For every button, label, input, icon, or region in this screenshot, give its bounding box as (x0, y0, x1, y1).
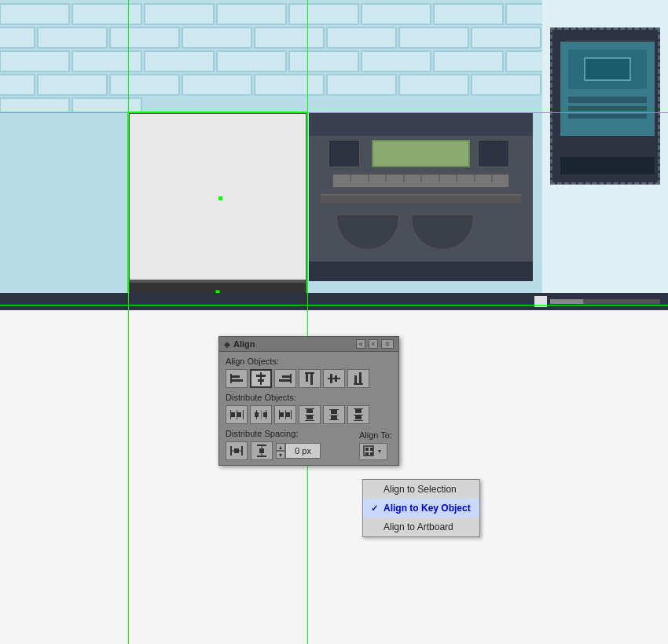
svg-rect-109 (370, 448, 373, 451)
svg-rect-70 (231, 412, 235, 417)
dist-top-icon (303, 408, 317, 422)
align-bottom-btn[interactable] (347, 369, 369, 388)
right-inner-bar1 (568, 97, 647, 103)
dist-top-btn[interactable] (299, 405, 321, 424)
align-left-btn[interactable] (226, 369, 248, 388)
align-to-icon (362, 445, 384, 459)
dist-right-btn[interactable] (274, 405, 296, 424)
panel-close-btn[interactable]: × (369, 339, 378, 349)
align-objects-row (226, 369, 392, 388)
right-inner-box (568, 49, 647, 89)
align-to-artboard-item[interactable]: Align to Artboard (363, 518, 479, 536)
svg-rect-87 (329, 409, 339, 410)
guide-vertical-2 (307, 0, 308, 310)
svg-rect-52 (260, 372, 262, 385)
svg-marker-112 (378, 450, 381, 453)
spinner-down[interactable]: ▼ (276, 451, 285, 459)
align-panel: ◈ Align « × ≡ Align Objects: (218, 336, 399, 466)
space-h-btn[interactable] (226, 441, 248, 460)
align-to-selection-item[interactable]: Align to Selection (363, 480, 479, 499)
right-dark-box (550, 27, 660, 185)
stove-body (309, 112, 533, 281)
monitor-screen (128, 112, 307, 281)
svg-rect-97 (230, 446, 232, 456)
align-right-icon (278, 371, 292, 386)
panel-menu-btn[interactable]: ≡ (381, 339, 394, 349)
align-to-dropdown-btn[interactable] (359, 443, 387, 460)
svg-rect-4 (289, 4, 358, 24)
align-panel-title-text: Align (233, 339, 255, 349)
spinner-arrows: ▲ ▼ (276, 443, 285, 459)
guide-horizontal-1 (0, 112, 668, 113)
panel-collapse-btn[interactable]: « (356, 339, 365, 349)
center-dot (218, 196, 222, 200)
align-top-icon (303, 371, 317, 386)
align-to-key-object-label: Align to Key Object (384, 503, 471, 514)
svg-rect-33 (399, 75, 468, 95)
svg-rect-28 (38, 75, 107, 95)
space-h-icon (229, 444, 244, 458)
panel-controls: « × ≡ (356, 339, 394, 349)
align-center-h-btn[interactable] (250, 369, 272, 388)
canvas-area (0, 0, 668, 310)
svg-rect-57 (279, 379, 290, 382)
svg-rect-29 (110, 75, 179, 95)
svg-rect-5 (362, 4, 431, 24)
dist-bottom-btn[interactable] (347, 405, 369, 424)
space-v-btn[interactable] (251, 441, 273, 460)
svg-rect-34 (472, 75, 541, 95)
svg-rect-51 (232, 379, 243, 382)
align-left-icon (229, 371, 244, 386)
spacing-input-group: ▲ ▼ (276, 443, 321, 459)
spinner-up[interactable]: ▲ (276, 443, 285, 451)
dist-left-btn[interactable] (226, 405, 248, 424)
dist-center-h-btn[interactable] (250, 405, 272, 424)
distribute-objects-row (226, 405, 392, 424)
stove-bottom (309, 262, 533, 281)
align-to-section: Align To: (359, 430, 392, 460)
svg-rect-56 (282, 375, 290, 378)
dist-center-v-btn[interactable] (323, 405, 345, 424)
svg-rect-91 (331, 415, 337, 419)
svg-rect-31 (255, 75, 324, 95)
distribute-spacing-section: Distribute Spacing: (226, 429, 321, 460)
stove-shelf (321, 194, 521, 203)
align-top-btn[interactable] (299, 369, 321, 388)
align-to-selection-label: Align to Selection (384, 484, 457, 495)
svg-rect-60 (310, 374, 313, 385)
svg-rect-110 (365, 452, 369, 456)
svg-rect-98 (241, 446, 243, 456)
svg-rect-37 (72, 98, 141, 112)
svg-rect-3 (217, 4, 286, 24)
svg-rect-62 (330, 374, 332, 383)
dist-bottom-icon (351, 408, 365, 422)
stove-knob-right (478, 140, 509, 167)
panel-body: Align Objects: (219, 352, 398, 465)
align-right-btn[interactable] (274, 369, 296, 388)
svg-rect-77 (279, 410, 280, 419)
align-center-v-btn[interactable] (323, 369, 345, 388)
align-center-v-icon (327, 371, 341, 386)
menu-icon: ≡ (385, 340, 389, 348)
align-to-key-object-item[interactable]: ✓ Align to Key Object (363, 499, 479, 518)
svg-rect-93 (354, 415, 363, 415)
stove-ruler (332, 174, 509, 188)
dist-center-v-icon (327, 408, 341, 422)
stove-knob-left (328, 140, 360, 167)
svg-rect-96 (355, 415, 362, 419)
svg-rect-82 (305, 408, 314, 409)
right-inner-bar3 (568, 114, 647, 119)
svg-rect-78 (285, 410, 286, 419)
svg-rect-22 (289, 51, 358, 71)
svg-rect-104 (259, 448, 264, 453)
svg-rect-23 (362, 51, 431, 71)
svg-rect-21 (217, 51, 286, 71)
ruler-ticks (333, 174, 510, 188)
right-bottom-bar (560, 157, 655, 174)
svg-rect-30 (182, 75, 251, 95)
right-inner-bar2 (568, 106, 647, 111)
svg-rect-90 (331, 410, 337, 414)
spacing-value-input[interactable] (285, 443, 321, 459)
guide-horizontal-2 (0, 305, 668, 306)
align-panel-header[interactable]: ◈ Align « × ≡ (219, 337, 398, 352)
